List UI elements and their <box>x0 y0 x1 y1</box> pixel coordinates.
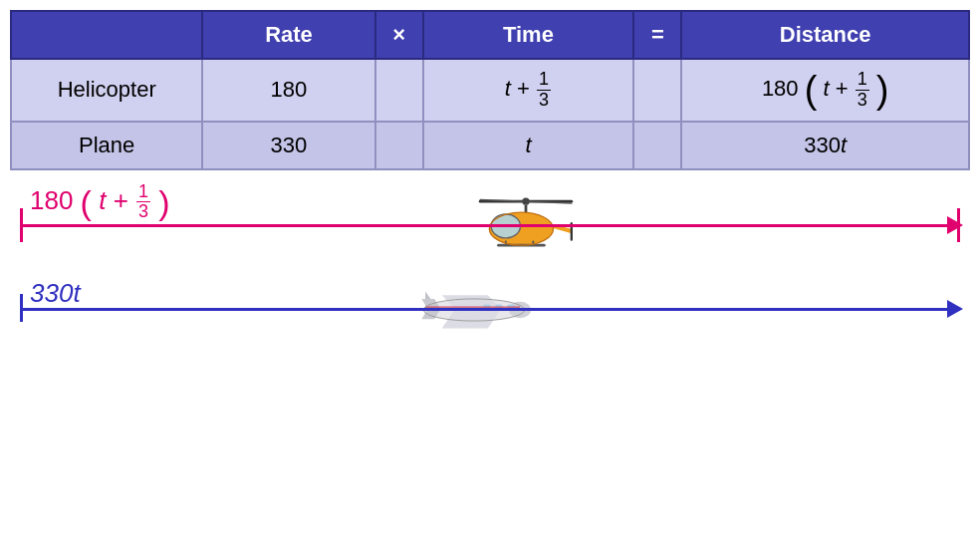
header-distance: Distance <box>681 11 969 59</box>
helicopter-equals-op <box>633 59 681 122</box>
table-section: Rate × Time = Distance Helicopter 180 t … <box>0 0 980 170</box>
plane-line <box>20 308 960 311</box>
plane-arrow-head <box>947 300 963 318</box>
helicopter-image <box>471 182 571 254</box>
helicopter-time: t + 1 3 <box>423 59 634 122</box>
helicopter-distance-label: 180 ( t + 1 3 ) <box>30 182 170 223</box>
heli-frac-num: 1 <box>136 182 150 203</box>
table-row-helicopter: Helicopter 180 t + 1 3 180 ( t + 1 <box>11 59 969 122</box>
heli-label-plus: + <box>114 185 135 215</box>
helicopter-times-op <box>375 59 423 122</box>
dist-frac-num: 1 <box>856 70 869 91</box>
heli-frac-den: 3 <box>136 202 150 222</box>
dist-frac-den: 3 <box>856 91 869 111</box>
paren-close: ) <box>876 69 889 111</box>
plane-vehicle: Plane <box>11 122 202 169</box>
heli-label-paren-close: ) <box>158 183 169 221</box>
heli-label-t: t <box>99 185 106 215</box>
heli-line <box>20 224 960 227</box>
header-rate: Rate <box>202 11 374 59</box>
helicopter-arrow-container: 180 ( t + 1 3 ) <box>20 182 960 272</box>
plane-rate: 330 <box>202 122 374 169</box>
helicopter-vehicle: Helicopter <box>11 59 202 122</box>
time-frac-num: 1 <box>537 70 551 91</box>
svg-point-2 <box>522 197 529 204</box>
plane-label-text: 330t <box>30 278 81 308</box>
heli-label-paren-open: ( <box>81 183 92 221</box>
helicopter-distance: 180 ( t + 1 3 ) <box>681 59 969 122</box>
time-frac-den: 3 <box>537 91 551 111</box>
header-vehicle <box>11 11 202 59</box>
plane-arrow-container: 330t <box>20 276 960 346</box>
helicopter-rate: 180 <box>202 59 374 122</box>
helicopter-diagram-row: 180 ( t + 1 3 ) <box>20 182 960 272</box>
paren-open: ( <box>805 69 818 111</box>
plane-diagram-row: 330t <box>20 276 960 346</box>
plane-times-op <box>375 122 423 169</box>
plane-time: t <box>423 122 634 169</box>
heli-label-frac: 1 3 <box>136 182 150 223</box>
header-equals: = <box>633 11 681 59</box>
diagram-section: 180 ( t + 1 3 ) <box>0 170 980 346</box>
heli-arrow-head <box>947 216 963 234</box>
plane-distance-label: 330t <box>30 278 81 309</box>
plane-distance: 330t <box>681 122 969 169</box>
header-times: × <box>375 11 423 59</box>
table-row-plane: Plane 330 t 330t <box>11 122 969 169</box>
header-time: Time <box>423 11 634 59</box>
plane-equals-op <box>633 122 681 169</box>
rate-time-distance-table: Rate × Time = Distance Helicopter 180 t … <box>10 10 970 170</box>
